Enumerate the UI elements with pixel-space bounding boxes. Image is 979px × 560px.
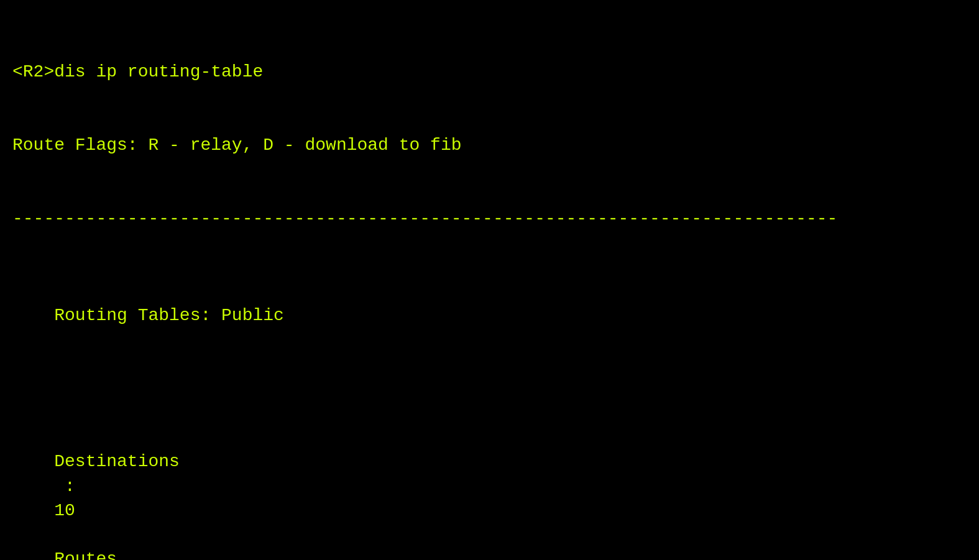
destinations-label: Destinations bbox=[54, 452, 180, 471]
routes-label: Routes bbox=[54, 549, 117, 560]
flags-line: Route Flags: R - relay, D - download to … bbox=[12, 133, 967, 157]
separator-line: ----------------------------------------… bbox=[12, 206, 967, 231]
section-title: Routing Tables: Public bbox=[12, 279, 967, 352]
summary-line: Destinations : 10 Routes : 10 bbox=[12, 401, 967, 560]
section-title-text: Routing Tables: Public bbox=[54, 306, 284, 325]
destinations-value: 10 bbox=[54, 501, 75, 520]
terminal-output: <R2>dis ip routing-table Route Flags: R … bbox=[12, 11, 967, 560]
prompt-line: <R2>dis ip routing-table bbox=[12, 60, 967, 84]
